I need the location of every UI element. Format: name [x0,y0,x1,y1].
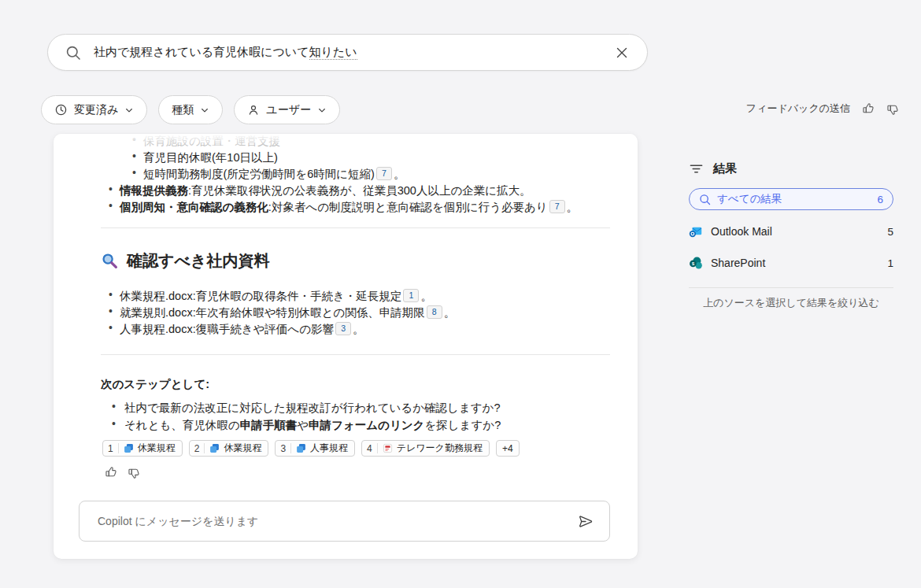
citation-ref-badge[interactable]: 1 [403,289,419,302]
results-divider [689,287,893,288]
results-header: 結果 [689,161,893,176]
filter-lines-icon [689,161,704,176]
search-query[interactable]: 社内で規程されている育児休暇について知りたい [94,45,357,60]
source-outlook-count: 5 [887,226,893,238]
person-icon [247,104,260,116]
citation-ref-badge[interactable]: 7 [376,167,392,180]
search-icon [699,194,711,205]
next-step-bullet: それとも、育児休暇の申請手順書や申請フォームのリンクを探しますか? [124,417,501,434]
message-input[interactable] [96,514,575,528]
all-results-filter[interactable]: すべての結果 6 [689,188,893,210]
feedback-thumbs-up-button[interactable] [861,102,875,116]
section-divider [101,354,610,355]
document-bullet: 人事規程.docx:復職手続きや評価への影響3。 [120,321,364,338]
clock-icon [54,103,68,116]
citation-ref-badge[interactable]: 7 [549,200,565,213]
answer-sub-bullet: 育児目的休暇(年10日以上) [143,150,278,166]
sharepoint-icon: s [689,256,703,270]
source-sharepoint-label: SharePoint [711,257,765,269]
results-panel: 結果 すべての結果 6 Outlook Mail 5 s SharePoint … [689,161,893,310]
next-steps-title: 次のステップとして: [101,376,209,393]
feedback-thumbs-down-button[interactable] [886,102,899,116]
filter-modified-label: 変更済み [74,103,118,117]
thumbs-down-icon [886,102,899,116]
svg-text:s: s [692,261,695,266]
magnifier-emoji-icon [101,252,119,270]
answer-thumbs-down-button[interactable] [127,466,140,479]
more-citations-chip[interactable]: +4 [496,440,520,457]
answer-bullet: 情報提供義務:育児休業取得状況の公表義務が、従業員300人以上の企業に拡大。 [120,183,531,199]
word-doc-icon [296,443,306,453]
document-bullet: 就業規則.docx:年次有給休暇や特別休暇との関係、申請期限8。 [120,305,455,321]
source-sharepoint-count: 1 [887,257,893,269]
scroll-fade [54,134,638,148]
send-button[interactable] [575,511,597,532]
section-divider [101,227,610,228]
thumbs-down-icon [127,466,140,479]
answer-thumbs-up-button[interactable] [104,466,117,479]
citation-chip-4[interactable]: 4 テレワーク勤務規程 [361,440,490,457]
filter-type-label: 種類 [172,103,194,117]
message-composer[interactable] [79,501,610,542]
filter-bar: 変更済み 種類 ユーザー [41,95,340,124]
answer-sub-bullet: 短時間勤務制度(所定労働時間を6時間に短縮)7。 [143,166,405,183]
all-results-label: すべての結果 [717,192,782,206]
chevron-down-icon [200,105,209,115]
filter-user[interactable]: ユーザー [234,95,340,124]
source-filter-outlook[interactable]: Outlook Mail 5 [689,221,893,242]
next-step-bullet: 社内で最新の法改正に対応した規程改訂が行われているか確認しますか? [124,400,501,416]
search-query-plain: 社内で規程されている育児休暇について [94,45,309,58]
results-title: 結果 [713,161,737,176]
word-doc-icon [209,443,220,453]
filter-type[interactable]: 種類 [158,95,223,124]
filter-user-label: ユーザー [266,103,311,117]
all-results-count: 6 [877,194,883,205]
answer-bullet: 個別周知・意向確認の義務化:対象者への制度説明と意向確認を個別に行う必要あり7。 [120,199,578,216]
section-heading-text: 確認すべき社内資料 [127,250,269,272]
chevron-down-icon [124,105,134,115]
word-doc-icon [124,443,134,453]
citation-chip-2[interactable]: 2 休業規程 [189,440,269,457]
citation-chip-1[interactable]: 1 休業規程 [102,440,183,457]
close-icon [616,46,628,59]
search-query-spellcheck: 知りたい [309,45,357,60]
chevron-down-icon [317,105,327,115]
citation-ref-badge[interactable]: 3 [335,322,351,335]
send-icon [579,514,594,529]
thumbs-up-icon [861,102,875,116]
clear-search-button[interactable] [612,43,631,62]
source-filter-sharepoint[interactable]: s SharePoint 1 [689,253,893,273]
outlook-icon [689,224,703,239]
answer-sub-bullet: 保育施設の設置・運営支援 [143,133,280,150]
section-heading: 確認すべき社内資料 [101,250,269,272]
pdf-doc-icon [383,443,393,453]
send-feedback-link[interactable]: フィードバックの送信 [746,102,850,116]
thumbs-up-icon [104,466,117,479]
copilot-answer-card: • 保育施設の設置・運営支援 • 育児目的休暇(年10日以上) • 短時間勤務制… [54,134,638,559]
citation-ref-badge[interactable]: 8 [427,305,442,319]
citation-chip-3[interactable]: 3 人事規程 [275,440,355,457]
search-bar[interactable]: 社内で規程されている育児休暇について知りたい [47,34,648,71]
citation-chip-row: 1 休業規程 2 休業規程 3 人事規程 4 [102,440,520,457]
results-hint: 上のソースを選択して結果を絞り込む [689,296,893,310]
source-outlook-label: Outlook Mail [711,225,772,238]
search-icon [65,45,81,61]
filter-modified[interactable]: 変更済み [41,95,147,124]
feedback-area: フィードバックの送信 [746,102,899,116]
document-bullet: 休業規程.docx:育児休暇の取得条件・手続き・延長規定1。 [120,288,432,305]
answer-feedback-row [104,466,140,479]
